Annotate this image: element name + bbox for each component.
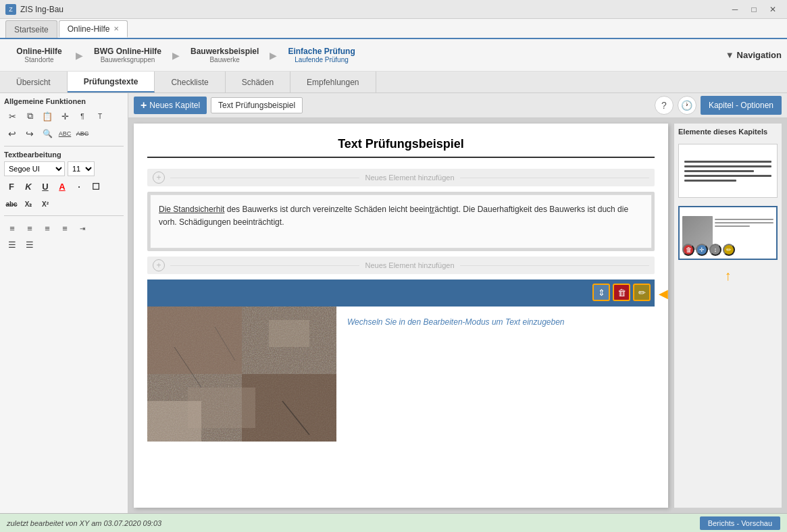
down-arrow-indicator: ↑ <box>678 268 778 284</box>
close-button[interactable]: ✕ <box>764 3 782 16</box>
thumb-line-4 <box>684 175 771 177</box>
font-size-select[interactable]: 11 <box>68 161 95 176</box>
align-justify-button[interactable]: ≡ <box>57 220 73 236</box>
align-left-button[interactable]: ≡ <box>4 220 20 236</box>
breadcrumb-item-1[interactable]: BWG Online-Hilfe Bauwerksgruppen <box>86 47 170 63</box>
app-title: Z ZIS Ing-Bau <box>5 4 64 15</box>
underline-button[interactable]: U <box>38 179 53 194</box>
tab-online-hilfe[interactable]: Online-Hilfe ✕ <box>59 20 128 38</box>
bold-button[interactable]: F <box>4 179 19 194</box>
thumb2-line-1 <box>715 219 773 220</box>
report-preview-button[interactable]: Berichts - Vorschau <box>700 516 780 530</box>
tab-text-prufungsbeispiel[interactable]: Text Prüfungsbeispiel <box>211 97 303 113</box>
thumb-delete-button[interactable]: 🗑 <box>682 244 694 256</box>
nav-tabs: Übersicht Prüfungstexte Checkliste Schäd… <box>0 72 787 93</box>
nav-arrow-icon: ▼ <box>726 50 734 60</box>
tab-bar: Startseite Online-Hilfe ✕ <box>0 19 787 39</box>
thumb-line-5 <box>684 180 736 182</box>
maximize-button[interactable]: □ <box>745 3 763 16</box>
strikethrough-button[interactable]: abc <box>4 196 19 211</box>
paragraph-icon[interactable]: T <box>92 108 108 124</box>
header-right: ? 🕐 Kapitel - Optionen <box>655 96 782 115</box>
content-header: + Neues Kapitel Text Prüfungsbeispiel ? … <box>128 93 787 118</box>
add-line-2 <box>170 265 359 266</box>
svg-rect-3 <box>242 374 336 442</box>
italic-button[interactable]: K <box>21 179 36 194</box>
add-plus-icon-1: + <box>153 171 165 184</box>
toolbar-divider-2 <box>4 215 124 216</box>
bullet-list-button[interactable]: ☰ <box>4 236 20 252</box>
paste-button[interactable]: 📋 <box>39 108 55 124</box>
tab-close-icon[interactable]: ✕ <box>113 25 119 32</box>
navtab-prufungstexte[interactable]: Prüfungstexte <box>68 72 155 92</box>
list-row: ☰ ☰ <box>4 236 124 252</box>
help-button[interactable]: ? <box>655 96 674 115</box>
thumbnail-2[interactable]: 🗑 ✛ ↕ ✏ <box>678 206 778 260</box>
superscript-button[interactable]: X² <box>38 196 53 211</box>
history-button[interactable]: 🕐 <box>678 96 696 115</box>
indent-button[interactable]: ⇥ <box>74 220 91 236</box>
navtab-empfehlungen[interactable]: Empfehlungen <box>290 72 376 92</box>
thumbnail-1[interactable] <box>678 144 778 198</box>
thumb-edit-button[interactable]: ✏ <box>723 244 735 256</box>
minimize-button[interactable]: ─ <box>726 3 744 16</box>
font-row: Segoe UI 11 <box>4 161 124 176</box>
chapter-options-button[interactable]: Kapitel - Optionen <box>701 96 782 115</box>
copy-button[interactable]: ⧉ <box>22 108 38 124</box>
main-area: Allgemeine Funktionen ✂ ⧉ 📋 ✛ ¶ T ↩ ↪ 🔍 … <box>0 93 787 513</box>
highlight-button[interactable]: · <box>72 179 86 194</box>
text-placeholder: Wechseln Sie in den Bearbeiten-Modus um … <box>336 307 655 442</box>
toolbar-divider-1 <box>4 146 124 147</box>
navtab-checkliste[interactable]: Checkliste <box>155 72 225 92</box>
abc-check-button[interactable]: ABC <box>57 126 73 142</box>
subscript-button[interactable]: X₂ <box>21 196 36 211</box>
svg-rect-6 <box>269 320 309 347</box>
search-button[interactable]: 🔍 <box>39 126 55 142</box>
add-line-1b <box>460 178 649 178</box>
breadcrumb-item-0[interactable]: Online-Hilfe Standorte <box>5 47 73 63</box>
redo-button[interactable]: ↪ <box>22 126 38 142</box>
status-text: zuletzt bearbeitet von XY am 03.07.2020 … <box>7 519 161 527</box>
add-element-row-1[interactable]: + Neues Element hinzufügen <box>147 169 655 186</box>
align-center-button[interactable]: ≡ <box>22 220 38 236</box>
statusbar: zuletzt bearbeitet von XY am 03.07.2020 … <box>0 513 787 532</box>
text-block-1[interactable]: Die Standsicherhit des Bauwerks ist durc… <box>150 194 652 248</box>
toolbar-section-general: Allgemeine Funktionen <box>4 97 124 105</box>
undo-button[interactable]: ↩ <box>4 126 20 142</box>
img-block-delete-button[interactable]: 🗑 <box>613 284 630 301</box>
app-icon: Z <box>5 4 16 15</box>
numbered-list-button[interactable]: ☰ <box>22 236 38 252</box>
add-element-label-1: Neues Element hinzufügen <box>365 174 454 182</box>
toolbar-row-1: ✂ ⧉ 📋 ✛ ¶ T <box>4 108 124 124</box>
breadcrumb-item-2[interactable]: Bauwerksbeispiel Bauwerke <box>182 47 267 63</box>
font-color-button[interactable]: A <box>55 179 70 194</box>
thumb-up-button[interactable]: ↕ <box>709 244 721 256</box>
font-family-select[interactable]: Segoe UI <box>4 161 65 176</box>
navtab-schaden[interactable]: Schäden <box>226 72 290 92</box>
move-button[interactable]: ✛ <box>57 108 73 124</box>
align-right-button[interactable]: ≡ <box>39 220 55 236</box>
thumb2-toolbar: 🗑 ✛ ↕ ✏ <box>682 244 735 256</box>
tab-startseite[interactable]: Startseite <box>5 20 57 38</box>
titlebar: Z ZIS Ing-Bau ─ □ ✕ <box>0 0 787 19</box>
add-element-label-2: Neues Element hinzufügen <box>365 261 454 269</box>
img-block-move-button[interactable]: ⇕ <box>592 284 610 301</box>
abc-strikethrough-button[interactable]: ABC <box>74 126 91 142</box>
text-block-wrapper: Die Standsicherhit des Bauwerks ist durc… <box>147 192 655 251</box>
text-icon[interactable]: ¶ <box>74 108 91 124</box>
svg-rect-5 <box>147 401 201 442</box>
script-row: abc X₂ X² <box>4 196 124 211</box>
navtab-ubersicht[interactable]: Übersicht <box>0 72 68 92</box>
add-element-row-2[interactable]: + Neues Element hinzufügen <box>147 257 655 274</box>
breadcrumb-item-3[interactable]: Einfache Prüfung Laufende Prüfung <box>280 47 363 63</box>
background-button[interactable]: ☐ <box>88 179 103 194</box>
img-block-edit-button[interactable]: ✏ <box>633 284 651 301</box>
thumb-move-button[interactable]: ✛ <box>696 244 708 256</box>
new-chapter-button[interactable]: + Neues Kapitel <box>134 97 207 114</box>
thumb-line-1 <box>684 161 771 163</box>
cut-button[interactable]: ✂ <box>4 108 20 124</box>
add-line-2b <box>460 265 649 266</box>
breadcrumb-arrow-2: ▶ <box>172 50 180 61</box>
img-text-content: Wechseln Sie in den Bearbeiten-Modus um … <box>147 307 655 442</box>
block-arrow-indicator: ◀ <box>659 286 668 301</box>
